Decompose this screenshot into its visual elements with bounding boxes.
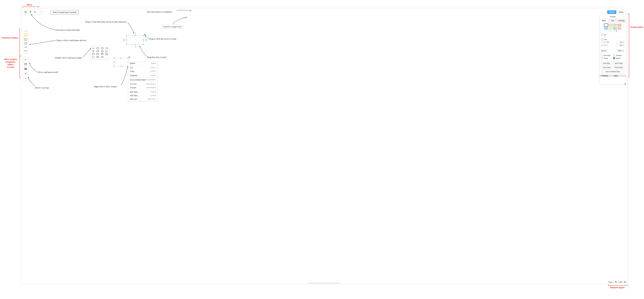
rounded-checkbox[interactable]: Rounded — [601, 54, 612, 56]
context-menu-item[interactable]: DeleteDelete — [128, 62, 158, 65]
zoom-out-icon[interactable] — [615, 281, 617, 283]
connector-arrow-up-icon[interactable]: ▲ — [134, 31, 137, 35]
color-swatch[interactable] — [613, 27, 617, 30]
shadow-checkbox[interactable]: Shadow — [613, 54, 624, 56]
disclosure-triangle-icon[interactable]: ▸ — [601, 75, 602, 77]
diagram-title[interactable]: draw.io board macro tutorial — [50, 10, 78, 15]
context-menu-item[interactable]: Edit Style...Cmd+E — [128, 90, 158, 94]
connector-arrow-down-icon[interactable]: ▼ — [134, 45, 137, 48]
color-swatch[interactable] — [613, 24, 617, 26]
resize-handle[interactable] — [114, 58, 115, 59]
rectangle-shape[interactable] — [24, 38, 27, 41]
picker-hexagon[interactable] — [92, 53, 95, 55]
resize-grip-icon[interactable] — [624, 82, 626, 84]
tab-text[interactable]: Text — [608, 19, 617, 22]
edit-image-button[interactable]: Edit Image — [613, 62, 624, 65]
color-swatch[interactable] — [604, 24, 608, 26]
tab-arrange[interactable]: Arrange — [617, 19, 626, 22]
insert-plus-icon[interactable] — [24, 72, 27, 75]
undo-icon[interactable] — [34, 10, 37, 14]
glass-checkbox[interactable]: Glass — [601, 57, 612, 59]
resize-handle[interactable] — [143, 35, 144, 36]
color-swatch[interactable] — [618, 24, 621, 26]
line-diamond-arrow-shape[interactable] — [24, 50, 27, 52]
line-style-select[interactable]: ——— — [601, 41, 609, 43]
context-menu-item[interactable]: DuplicateCmd+D — [128, 74, 158, 77]
palette-page-dot[interactable] — [614, 30, 615, 31]
selected-shape-2[interactable]: ↻ — [114, 58, 128, 66]
redo-icon[interactable] — [38, 10, 42, 14]
table-icon[interactable] — [24, 67, 27, 70]
resize-handle[interactable] — [126, 39, 127, 40]
fill-checkbox[interactable]: Fill — [601, 34, 624, 36]
zoom-value[interactable]: 100% — [618, 281, 623, 283]
picker-double-arrow[interactable] — [92, 56, 95, 58]
context-menu-item[interactable]: CopyCmd+C — [128, 69, 158, 73]
line-width-input[interactable] — [617, 41, 621, 43]
color-swatch[interactable] — [618, 27, 621, 30]
palette-next-icon[interactable]: › — [622, 25, 624, 28]
rotate-handle-icon[interactable]: ↻ — [128, 56, 130, 59]
paste-style-button[interactable]: Paste Style — [613, 66, 624, 69]
shapes-library-icon[interactable] — [24, 63, 27, 65]
color-swatch[interactable] — [604, 27, 608, 30]
context-menu-item[interactable]: CutCmd+X — [128, 66, 158, 69]
resize-handle[interactable] — [120, 66, 122, 67]
resize-handle[interactable] — [114, 62, 115, 63]
palette-page-dot[interactable] — [612, 30, 612, 31]
opacity-input[interactable] — [617, 50, 621, 51]
palette-page-dot[interactable] — [613, 30, 614, 31]
picker-right-arrow[interactable] — [96, 56, 99, 58]
resize-handle[interactable] — [134, 35, 136, 36]
close-button[interactable]: Close — [617, 10, 625, 14]
picker-trapezoid[interactable] — [101, 50, 104, 52]
context-menu-item[interactable]: To FrontCmd+Shift+F — [128, 82, 158, 86]
resize-handle[interactable] — [114, 66, 115, 67]
perimeter-stepper[interactable]: pt ▲▼ — [616, 44, 624, 46]
context-menu-item[interactable]: To BackCmd+Shift+B — [128, 86, 158, 89]
resize-handle[interactable] — [143, 39, 144, 40]
resize-handle[interactable] — [126, 44, 127, 45]
picker-left-arrow[interactable] — [101, 56, 104, 58]
rotate-handle-icon[interactable]: ↻ — [144, 33, 146, 36]
horizontal-scrollbar[interactable] — [308, 283, 340, 284]
sticky-note-shape[interactable] — [24, 33, 27, 37]
resize-handle[interactable] — [143, 44, 144, 45]
line-width-stepper[interactable]: pt ▲▼ — [616, 41, 624, 43]
hamburger-icon[interactable] — [24, 10, 27, 14]
picker-document[interactable] — [105, 53, 108, 55]
resize-handle[interactable] — [126, 35, 127, 36]
collapse-chevron-icon[interactable]: ⌃ — [623, 16, 625, 18]
palette-page-dot[interactable] — [616, 30, 617, 31]
sketch-checkbox[interactable]: Sketch — [613, 57, 624, 59]
trash-icon[interactable] — [29, 10, 32, 14]
picker-triangle[interactable] — [105, 50, 108, 52]
tab-style[interactable]: Style — [600, 19, 608, 22]
color-swatch[interactable] — [608, 27, 612, 30]
context-menu-item[interactable]: Edit Data...Cmd+M — [128, 94, 158, 97]
resize-handle[interactable] — [134, 44, 136, 45]
picker-parallelogram[interactable] — [96, 50, 99, 52]
selected-shape-1[interactable]: ▲ ▼ ◀ ▶ ↻ — [126, 35, 144, 44]
shadow-checkbox-input[interactable] — [613, 54, 615, 56]
fill-checkbox-input[interactable] — [601, 34, 603, 36]
opacity-stepper[interactable]: % ▲▼ — [616, 49, 624, 52]
stepper-arrows-icon[interactable]: ▲▼ — [623, 50, 624, 51]
copy-style-button[interactable]: Copy Style — [601, 66, 612, 69]
palette-page-dot[interactable] — [610, 30, 611, 31]
properties-header[interactable]: ▸Property Value — [600, 74, 626, 77]
publish-button[interactable]: Publish — [607, 10, 616, 14]
connector-arrow-left-icon[interactable]: ◀ — [122, 38, 125, 41]
canvas-frame[interactable]: draw.io board macro tutorial Publish Clo… — [21, 8, 628, 284]
connector-arrow-right-icon[interactable]: ▶ — [145, 38, 148, 41]
sketch-checkbox-input[interactable] — [613, 57, 615, 59]
line-arrow-shape[interactable] — [24, 46, 27, 48]
line-checkbox-input[interactable] — [601, 38, 603, 40]
glass-checkbox-input[interactable] — [601, 57, 603, 59]
palette-page-dot[interactable] — [608, 30, 610, 31]
rounded-checkbox-input[interactable] — [601, 54, 603, 56]
color-swatch[interactable] — [608, 24, 612, 26]
stepper-arrows-icon[interactable]: ▲▼ — [623, 41, 624, 43]
context-menu-item[interactable]: Edit Link...Alt+Shift+L — [128, 97, 158, 101]
picker-cylinder[interactable] — [101, 53, 104, 55]
